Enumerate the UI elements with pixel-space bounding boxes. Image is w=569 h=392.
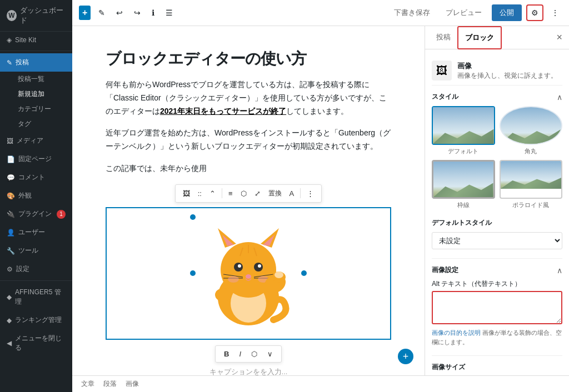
- post-title[interactable]: ブロックエディターの使い方: [106, 48, 391, 69]
- redo-button[interactable]: ↪: [131, 6, 144, 19]
- panel-close-button[interactable]: ×: [554, 29, 565, 46]
- italic-button[interactable]: I: [236, 348, 244, 360]
- style-item-default[interactable]: デフォルト: [432, 106, 495, 155]
- sidebar-divider-2: [0, 280, 72, 281]
- svg-point-11: [246, 274, 251, 279]
- dashboard-label: ダッシュボード: [20, 6, 66, 26]
- image-settings-label: 画像設定: [432, 265, 458, 275]
- resize-handle-tl[interactable]: [190, 214, 196, 220]
- default-style-select[interactable]: 未設定: [432, 232, 562, 249]
- toolbar-right: 下書き保存 プレビュー 公開 ⚙ ⋮: [388, 4, 562, 21]
- image-wrapper: [116, 217, 381, 330]
- info-button[interactable]: ℹ: [148, 6, 158, 19]
- img-tool-text[interactable]: A: [287, 188, 297, 199]
- paragraph-1[interactable]: 何年も前からWordPressでブログを運営している方は、記事を投稿する際に「C…: [106, 78, 391, 118]
- sidebar-item-ranking[interactable]: ◆ ランキング管理: [0, 311, 72, 329]
- img-tool-transform[interactable]: ::: [195, 188, 204, 199]
- settings-icon: ⚙: [7, 265, 13, 273]
- cat-image: [193, 217, 304, 328]
- sidebar-item-posts-list[interactable]: 投稿一覧: [11, 72, 72, 87]
- img-tool-more[interactable]: ⋮: [304, 188, 317, 199]
- paragraph-3[interactable]: この記事では、未年から使用: [106, 162, 391, 175]
- wp-icon: W: [7, 10, 17, 21]
- sidebar-item-close-menu[interactable]: ◀ メニューを閉じる: [0, 329, 72, 357]
- link-button[interactable]: ⬡: [248, 348, 260, 360]
- style-thumb-border: [432, 160, 495, 199]
- edit-button[interactable]: ✎: [95, 6, 108, 19]
- styles-section-header: スタイル ∧: [432, 92, 562, 102]
- style-item-polaroid[interactable]: ポラロイド風: [500, 160, 563, 209]
- paragraph-2[interactable]: 近年ブログ運営を始めた方は、WordPressをインストールすると「Gutenb…: [106, 127, 391, 153]
- editor-area: ブロックエディターの使い方 何年も前からWordPressでブログを運営している…: [72, 26, 569, 375]
- sidebar-item-pages[interactable]: 📄 固定ページ: [0, 150, 72, 168]
- sidebar-item-tags[interactable]: タグ: [11, 117, 72, 132]
- sidebar-item-posts[interactable]: ✎ 投稿: [0, 53, 72, 72]
- publish-button[interactable]: 公開: [492, 4, 522, 21]
- undo-button[interactable]: ↩: [113, 6, 126, 19]
- img-tool-link[interactable]: ⬡: [238, 188, 249, 199]
- posts-label: 投稿: [16, 58, 29, 67]
- posts-icon: ✎: [7, 59, 12, 67]
- add-block-button[interactable]: +: [79, 6, 91, 20]
- editor-content[interactable]: ブロックエディターの使い方 何年も前からWordPressでブログを運営している…: [72, 26, 425, 375]
- sidebar-item-plugins[interactable]: 🔌 プラグイン 1: [0, 205, 72, 223]
- sidebar-item-comments[interactable]: 💬 コメント: [0, 168, 72, 187]
- img-tool-crop[interactable]: ⤢: [252, 188, 263, 199]
- tab-block[interactable]: ブロック: [457, 26, 502, 49]
- style-label-polaroid: ポラロイド風: [500, 201, 563, 209]
- close-menu-label: メニューを閉じる: [15, 334, 66, 353]
- style-item-rounded[interactable]: 角丸: [500, 106, 563, 155]
- img-tool-replace[interactable]: 置換: [266, 187, 284, 200]
- sidebar-item-settings[interactable]: ⚙ 設定: [0, 260, 72, 278]
- affinger-label: AFFINGER5 管理: [15, 288, 66, 306]
- img-tool-image[interactable]: 🖼: [180, 188, 193, 199]
- sidebar-item-appearance[interactable]: 🎨 外観: [0, 187, 72, 205]
- style-label-rounded: 角丸: [500, 147, 563, 155]
- save-draft-button[interactable]: 下書き保存: [388, 4, 436, 21]
- pages-label: 固定ページ: [18, 154, 52, 164]
- img-separator-2: [300, 188, 301, 198]
- style-grid: デフォルト 角丸: [432, 106, 562, 209]
- bold-button[interactable]: B: [221, 348, 232, 360]
- tab-post[interactable]: 投稿: [430, 27, 457, 49]
- sidebar-item-media[interactable]: 🖼 メディア: [0, 132, 72, 150]
- sidebar-item-categories[interactable]: カテゴリー: [11, 102, 72, 117]
- alt-help-link[interactable]: 画像の目的を説明: [432, 329, 481, 336]
- comments-icon: 💬: [7, 174, 15, 182]
- sidebar-submenu-posts: 投稿一覧 新規追加 カテゴリー タグ: [0, 72, 72, 132]
- sidebar-item-affinger[interactable]: ◆ AFFINGER5 管理: [0, 283, 72, 311]
- resize-handle-ml[interactable]: [190, 270, 196, 276]
- menu-button[interactable]: ☰: [162, 6, 176, 19]
- caption-placeholder[interactable]: キャプションをを入力...: [106, 367, 391, 375]
- add-new-block-button[interactable]: +: [398, 349, 413, 364]
- users-icon: 👤: [7, 229, 15, 237]
- img-tool-align[interactable]: ≡: [226, 188, 236, 199]
- sidebar-item-users[interactable]: 👤 ユーザー: [0, 223, 72, 242]
- sidebar-item-tools[interactable]: 🔧 ツール: [0, 242, 72, 260]
- ranking-label: ランキング管理: [15, 315, 62, 325]
- sitekit-label: Site Kit: [15, 36, 36, 44]
- img-tool-up[interactable]: ⌃: [207, 188, 218, 199]
- svg-point-10: [258, 264, 261, 268]
- more-options-button[interactable]: ⋮: [548, 6, 562, 19]
- resize-handle-mr[interactable]: [301, 270, 307, 276]
- tools-label: ツール: [18, 246, 38, 255]
- image-size-header: 画像サイズ: [432, 363, 562, 372]
- sidebar-item-new-post[interactable]: 新規追加: [11, 87, 72, 102]
- image-block[interactable]: [106, 207, 391, 340]
- settings-button[interactable]: ⚙: [526, 4, 543, 21]
- plugins-icon: 🔌: [7, 210, 15, 218]
- block-preview-name: 画像: [457, 61, 557, 71]
- style-item-border[interactable]: 枠線: [432, 160, 495, 209]
- more-formats-button[interactable]: ∨: [264, 348, 276, 360]
- sidebar-logo[interactable]: W ダッシュボード: [0, 0, 72, 32]
- sidebar-item-sitekit[interactable]: ◈ Site Kit: [0, 32, 72, 48]
- img-separator-1: [222, 188, 222, 198]
- styles-toggle[interactable]: ∧: [557, 93, 562, 102]
- style-thumb-rounded: [500, 106, 563, 145]
- preview-button[interactable]: プレビュー: [440, 4, 487, 21]
- tags-label: タグ: [18, 119, 31, 129]
- image-settings-toggle[interactable]: ∧: [557, 266, 562, 275]
- alt-text-input[interactable]: [432, 291, 562, 324]
- alt-help-text: 画像の目的を説明 画像が単なる装飾の場合、空欄にします。: [432, 328, 562, 346]
